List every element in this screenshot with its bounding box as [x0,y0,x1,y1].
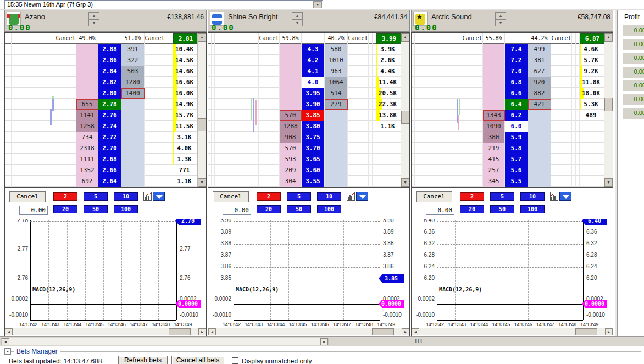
stake-input[interactable] [223,206,251,215]
chart-dropdown-button[interactable] [153,192,165,201]
cancel-button[interactable]: Cancel [416,191,452,202]
back-amount-cell[interactable]: 1111 [76,154,98,165]
scroll-thumb[interactable] [604,98,613,111]
lay-amount-cell[interactable] [121,121,145,132]
lay-amount-cell[interactable] [325,176,348,187]
refresh-bets-button[interactable]: Refresh bets [118,356,168,364]
price-cell[interactable]: 7.2 [505,55,528,66]
lay-amount-cell[interactable]: 1400 [121,88,145,99]
price-cell[interactable]: 3.65 [302,154,325,165]
stake-button-50[interactable]: 50 [84,205,108,213]
cancel-all-bets-button[interactable]: Cancel all bets [171,356,224,364]
spinner-up-icon[interactable]: ▴ [495,12,506,19]
price-cell[interactable]: 4.3 [302,44,325,55]
back-amount-cell[interactable] [76,77,98,88]
lay-amount-cell[interactable]: 1064 [325,77,348,88]
price-cell[interactable]: 4.2 [302,55,325,66]
ladder-scrollbar[interactable]: ▴▾ [604,33,613,187]
price-cell[interactable]: 2.64 [98,176,121,187]
stake-button-2[interactable]: 2 [53,192,77,201]
back-amount-cell[interactable] [76,44,98,55]
price-cell[interactable]: 6.2 [505,110,528,121]
back-amount-cell[interactable]: 209 [280,165,302,176]
price-cell[interactable]: 5.8 [505,143,528,154]
lay-amount-cell[interactable]: 499 [528,44,551,55]
lay-amount-cell[interactable]: 279 [325,99,348,110]
stake-button-20[interactable]: 20 [257,205,281,213]
back-amount-cell[interactable] [483,77,505,88]
stake-input[interactable] [426,206,454,215]
chart-dropdown-button[interactable] [356,192,368,201]
hscroll-left-icon[interactable]: ◂ [208,328,216,335]
price-cell[interactable]: 2.84 [98,66,121,77]
chart-icon[interactable] [550,192,558,201]
back-amount-cell[interactable]: 2318 [76,143,98,154]
back-amount-cell[interactable] [280,88,302,99]
workspace-hscrollbar[interactable]: ◂ ▸ [1,338,329,345]
back-amount-cell[interactable] [76,55,98,66]
back-amount-cell[interactable] [483,88,505,99]
price-cell[interactable]: 7.4 [505,44,528,55]
hscroll-left-icon[interactable]: ◂ [5,328,13,335]
back-amount-cell[interactable]: 380 [483,132,505,143]
lay-amount-cell[interactable]: 391 [121,44,145,55]
back-amount-cell[interactable]: 415 [483,154,505,165]
hscroll-thumb[interactable] [169,328,191,335]
combo-arrow-icon[interactable]: ▾ [313,1,322,8]
cancel-lay-header[interactable]: Cancel [348,33,369,44]
price-cell[interactable]: 4.0 [302,77,325,88]
back-amount-cell[interactable]: 570 [280,143,302,154]
stake-button-2[interactable]: 2 [460,192,484,201]
price-cell[interactable]: 3.90 [302,99,325,110]
stake-button-50[interactable]: 50 [287,205,311,213]
lay-amount-cell[interactable] [325,165,348,176]
back-amount-cell[interactable] [280,55,302,66]
price-cell[interactable]: 7.0 [505,66,528,77]
back-amount-cell[interactable]: 593 [280,154,302,165]
lay-amount-cell[interactable]: 920 [528,77,551,88]
cancel-back-header[interactable]: Cancel [259,33,280,44]
stake-input[interactable] [19,206,48,215]
lay-amount-cell[interactable] [121,165,145,176]
back-amount-cell[interactable] [483,55,505,66]
hscroll-thumb[interactable] [575,328,597,335]
back-amount-cell[interactable]: 1288 [280,121,302,132]
back-amount-cell[interactable] [483,66,505,77]
scroll-up-icon[interactable]: ▴ [198,33,206,42]
lay-amount-cell[interactable]: 421 [528,99,551,110]
stake-button-20[interactable]: 20 [460,205,484,213]
lay-amount-cell[interactable] [528,121,551,132]
collapse-button[interactable]: - [4,348,11,355]
lay-amount-cell[interactable]: 381 [528,55,551,66]
lay-amount-cell[interactable] [121,154,145,165]
price-cell[interactable]: 2.74 [98,121,121,132]
lay-amount-cell[interactable]: 1280 [121,77,145,88]
ladder-scrollbar[interactable]: ▴▾ [197,33,206,187]
back-amount-cell[interactable] [280,77,302,88]
lay-amount-cell[interactable]: 1010 [325,55,348,66]
lay-amount-cell[interactable] [325,154,348,165]
lay-amount-cell[interactable] [325,132,348,143]
lay-amount-cell[interactable] [121,110,145,121]
stake-button-100[interactable]: 100 [520,205,545,213]
spinner-down-icon[interactable]: ▾ [88,19,99,26]
stake-button-20[interactable]: 20 [53,205,77,213]
stake-button-5[interactable]: 5 [490,192,514,201]
price-cell[interactable]: 2.70 [98,143,121,154]
stake-button-10[interactable]: 10 [317,192,341,201]
lay-amount-cell[interactable] [528,154,551,165]
scroll-down-icon[interactable]: ▾ [604,178,613,187]
back-amount-cell[interactable] [280,44,302,55]
scroll-down-icon[interactable]: ▾ [198,178,206,187]
runner-spinner[interactable]: ▴▾ [495,12,506,26]
stake-button-50[interactable]: 50 [490,205,514,213]
hscroll-thumb[interactable] [372,328,394,335]
spinner-up-icon[interactable]: ▴ [88,12,99,19]
lay-amount-cell[interactable] [528,165,551,176]
race-selector[interactable]: 15:35 Newm 16th Apr (7f Grp 3) ▾ [4,0,323,9]
stake-button-10[interactable]: 10 [520,192,545,201]
lay-amount-cell[interactable] [325,110,348,121]
price-cell[interactable]: 6.0 [505,121,528,132]
cancel-button[interactable]: Cancel [9,191,46,202]
back-amount-cell[interactable]: 692 [76,176,98,187]
